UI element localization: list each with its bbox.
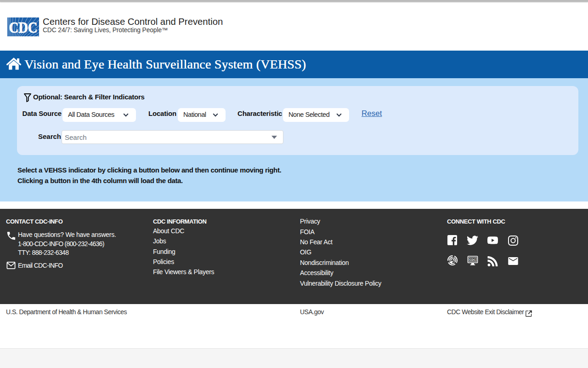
- svg-text:CDC: CDC: [9, 19, 38, 36]
- svg-text:CDC: CDC: [469, 258, 475, 262]
